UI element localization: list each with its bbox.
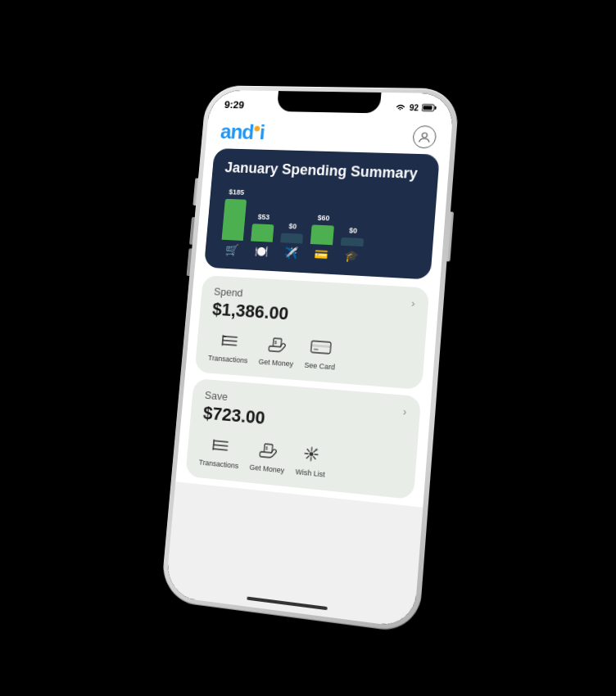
svg-line-16 [213, 440, 214, 450]
spend-section: Spend › $1,386.00 [195, 275, 430, 390]
battery-level: 92 [409, 103, 419, 112]
svg-rect-12 [314, 348, 319, 350]
svg-line-14 [213, 445, 227, 446]
hand-money-icon-spend: $ [267, 334, 288, 353]
bar-teal-5 [341, 237, 364, 246]
chart-col-4: $60 💳 [309, 213, 335, 260]
save-transactions-label: Transactions [198, 458, 238, 470]
logo-dot [254, 126, 260, 132]
svg-rect-1 [434, 106, 436, 110]
svg-line-13 [214, 441, 228, 442]
svg-rect-2 [423, 106, 432, 110]
hand-money-icon-save: $ [258, 440, 279, 459]
battery-icon [422, 104, 437, 112]
svg-point-3 [422, 133, 428, 138]
svg-point-18 [310, 451, 314, 456]
summary-title: January Spending Summary [224, 160, 426, 183]
spend-transactions-label: Transactions [208, 354, 248, 364]
bar-green-4 [310, 224, 334, 245]
bar-label-2: $53 [257, 212, 270, 220]
profile-icon [419, 131, 431, 142]
chart-area: $185 🛒 $53 🍽️ $0 [217, 188, 424, 265]
notch [277, 91, 382, 113]
spend-chevron[interactable]: › [411, 296, 416, 309]
bar-green-1 [222, 198, 247, 240]
svg-text:$: $ [265, 446, 268, 450]
transactions-icon [220, 332, 238, 348]
svg-text:$: $ [274, 341, 277, 345]
svg-line-6 [223, 340, 237, 341]
bar-teal-3 [280, 233, 303, 243]
scene: 9:29 92 [0, 0, 616, 696]
svg-line-7 [222, 344, 236, 345]
spend-transactions-button[interactable]: Transactions [208, 327, 251, 364]
home-area [165, 481, 424, 628]
save-actions: Transactions $ Get Money [198, 432, 403, 486]
spend-actions: Transactions $ Get Money [208, 327, 412, 377]
chart-icon-5: 🎓 [344, 249, 359, 263]
app-logo: andi [220, 120, 265, 145]
svg-line-15 [213, 449, 227, 450]
save-wishlist-label: Wish List [295, 468, 325, 479]
status-icons: 92 [394, 102, 437, 112]
spend-getmoney-label: Get Money [258, 357, 293, 368]
save-wishlist-button[interactable]: Wish List [295, 440, 328, 478]
bar-label-5: $0 [349, 226, 358, 234]
svg-line-26 [307, 455, 310, 458]
bar-label-3: $0 [288, 222, 297, 230]
svg-line-8 [222, 335, 223, 345]
spend-getmoney-button[interactable]: $ Get Money [258, 331, 296, 368]
save-label: Save [204, 389, 228, 403]
chart-icon-1: 🛒 [224, 242, 238, 255]
phone-frame: 9:29 92 [161, 85, 460, 634]
chart-icon-3: ✈️ [283, 246, 298, 259]
wifi-icon [394, 103, 406, 111]
bar-green-2 [251, 224, 274, 242]
sparkle-icon [301, 443, 323, 464]
home-indicator [247, 597, 328, 611]
save-getmoney-button[interactable]: $ Get Money [249, 436, 287, 474]
summary-card: January Spending Summary $185 🛒 $53 [204, 148, 440, 279]
profile-button[interactable] [412, 125, 437, 148]
chart-icon-2: 🍽️ [254, 244, 268, 257]
bar-label-4: $60 [317, 214, 329, 222]
screen: 9:29 92 [165, 90, 455, 628]
phone-inner: 9:29 92 [165, 90, 455, 628]
svg-line-23 [307, 449, 310, 451]
save-transactions-button[interactable]: Transactions [198, 432, 241, 470]
chart-col-3: $0 ✈️ [279, 221, 305, 259]
save-section: Save › $723.00 [185, 378, 421, 499]
chart-col-5: $0 🎓 [339, 226, 365, 263]
bar-label-1: $185 [229, 188, 245, 196]
status-time: 9:29 [224, 98, 244, 111]
spend-seecard-button[interactable]: See Card [304, 334, 337, 372]
save-getmoney-label: Get Money [249, 463, 284, 474]
spend-seecard-label: See Card [304, 360, 335, 371]
svg-rect-11 [311, 344, 331, 348]
svg-line-24 [314, 456, 316, 459]
chart-col-1: $185 🛒 [220, 188, 247, 256]
card-icon [310, 339, 333, 355]
save-chevron[interactable]: › [402, 404, 407, 418]
transactions-icon-save [211, 437, 229, 454]
chart-col-2: $53 🍽️ [249, 212, 274, 258]
spend-label: Spend [214, 285, 244, 299]
chart-icon-4: 💳 [313, 247, 328, 261]
